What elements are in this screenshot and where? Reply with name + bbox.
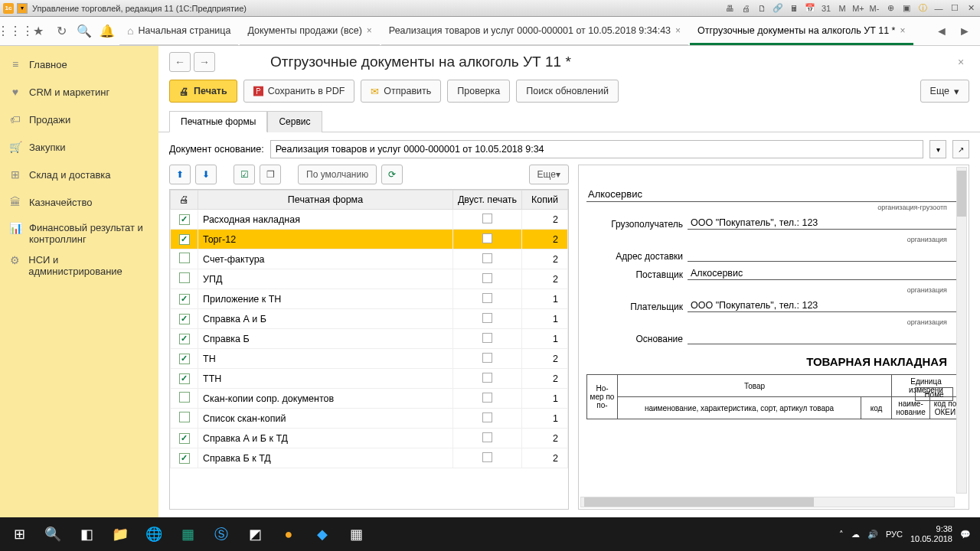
duplex-checkbox[interactable] bbox=[482, 393, 492, 403]
nav-left-icon[interactable]: ◄ bbox=[931, 21, 952, 42]
row-checkbox[interactable] bbox=[179, 392, 190, 403]
subtab-print-forms[interactable]: Печатные формы bbox=[169, 111, 267, 132]
table-row[interactable]: ✓Справка А и Б1 bbox=[171, 309, 568, 329]
chrome-button[interactable]: 🌐 bbox=[138, 519, 170, 549]
close-button[interactable]: ✕ bbox=[965, 2, 977, 15]
tb-m2-icon[interactable]: M+ bbox=[852, 2, 864, 15]
save-pdf-button[interactable]: 🅿Сохранить в PDF bbox=[243, 80, 355, 103]
cloud-icon[interactable]: ☁ bbox=[851, 530, 860, 540]
row-checkbox[interactable] bbox=[179, 253, 190, 263]
tab-realization[interactable]: Реализация товаров и услуг 0000-000001 о… bbox=[381, 18, 688, 45]
duplex-checkbox[interactable] bbox=[482, 353, 492, 363]
notif-icon[interactable]: 💬 bbox=[960, 530, 971, 540]
duplex-checkbox[interactable] bbox=[482, 313, 492, 323]
tv-button[interactable]: ◆ bbox=[306, 519, 338, 549]
sidebar-item-sales[interactable]: 🏷Продажи bbox=[0, 106, 158, 133]
titlebar-dropdown[interactable]: ▾ bbox=[17, 3, 28, 14]
1c-button[interactable]: ● bbox=[273, 519, 305, 549]
tb-m1-icon[interactable]: M bbox=[836, 2, 848, 15]
move-up-button[interactable]: ⬆ bbox=[169, 165, 191, 184]
row-checkbox[interactable]: ✓ bbox=[179, 314, 190, 324]
tray-up-icon[interactable]: ˄ bbox=[839, 530, 844, 540]
clock[interactable]: 9:3810.05.2018 bbox=[910, 524, 952, 544]
close-icon[interactable]: × bbox=[367, 25, 372, 36]
preview-hscroll[interactable] bbox=[580, 497, 955, 507]
tb-cal-icon[interactable]: 📅 bbox=[804, 2, 816, 15]
table-row[interactable]: ✓Справка Б к ТД2 bbox=[171, 448, 568, 468]
max-button[interactable]: ☐ bbox=[949, 2, 961, 15]
vol-icon[interactable]: 🔊 bbox=[867, 530, 878, 540]
duplex-checkbox[interactable] bbox=[482, 273, 492, 283]
sidebar-item-warehouse[interactable]: ⊞Склад и доставка bbox=[0, 161, 158, 188]
skype-button[interactable]: Ⓢ bbox=[205, 519, 237, 549]
start-button[interactable]: ⊞ bbox=[3, 519, 35, 549]
row-checkbox[interactable]: ✓ bbox=[179, 354, 190, 364]
duplex-checkbox[interactable] bbox=[482, 253, 492, 263]
search-button[interactable]: 🔍 bbox=[37, 519, 69, 549]
row-checkbox[interactable] bbox=[179, 412, 190, 422]
excel-button[interactable]: ▦ bbox=[172, 519, 204, 549]
subtab-service[interactable]: Сервис bbox=[267, 111, 322, 132]
row-checkbox[interactable]: ✓ bbox=[179, 433, 190, 444]
close-icon[interactable]: × bbox=[675, 25, 681, 36]
nav-right-icon[interactable]: ► bbox=[954, 21, 975, 42]
sidebar-item-purchases[interactable]: 🛒Закупки bbox=[0, 133, 158, 161]
taskview-button[interactable]: ◧ bbox=[70, 519, 103, 549]
duplex-checkbox[interactable] bbox=[482, 293, 492, 303]
min-button[interactable]: — bbox=[933, 2, 945, 15]
sidebar-item-admin[interactable]: ⚙НСИ и администрирование bbox=[0, 248, 158, 280]
row-checkbox[interactable]: ✓ bbox=[179, 334, 190, 344]
preview-vscroll[interactable] bbox=[956, 167, 967, 494]
doc-base-dropdown[interactable]: ▾ bbox=[929, 140, 946, 158]
tb-zoom-icon[interactable]: ⊕ bbox=[884, 2, 897, 15]
app1-button[interactable]: ◩ bbox=[239, 519, 271, 549]
doc-base-field[interactable]: Реализация товаров и услуг 0000-000001 о… bbox=[270, 140, 923, 158]
row-checkbox[interactable]: ✓ bbox=[179, 234, 190, 245]
lang-indicator[interactable]: РУС bbox=[886, 530, 903, 539]
row-checkbox[interactable]: ✓ bbox=[179, 453, 190, 464]
table-row[interactable]: ✓Справка Б1 bbox=[171, 329, 568, 349]
row-checkbox[interactable]: ✓ bbox=[179, 294, 190, 305]
search-icon[interactable]: 🔍 bbox=[74, 21, 95, 42]
system-tray[interactable]: ˄ ☁ 🔊 РУС 9:3810.05.2018 💬 bbox=[839, 524, 977, 544]
duplex-checkbox[interactable] bbox=[482, 214, 492, 223]
table-row[interactable]: Скан-копии сопр. документов1 bbox=[171, 389, 568, 409]
print-button[interactable]: 🖨Печать bbox=[169, 80, 237, 103]
table-more-button[interactable]: Еще ▾ bbox=[529, 165, 569, 184]
table-row[interactable]: Счет-фактура2 bbox=[171, 249, 568, 269]
default-button[interactable]: По умолчанию bbox=[298, 165, 377, 184]
sidebar-item-treasury[interactable]: 🏛Казначейство bbox=[0, 188, 158, 216]
table-row[interactable]: ✓Приложение к ТН1 bbox=[171, 289, 568, 309]
duplex-checkbox[interactable] bbox=[482, 373, 492, 383]
duplex-checkbox[interactable] bbox=[482, 333, 492, 343]
table-row[interactable]: ✓ТН2 bbox=[171, 349, 568, 369]
tb-save-icon[interactable]: 🖶 bbox=[724, 2, 736, 15]
table-row[interactable]: Список скан-копий1 bbox=[171, 409, 568, 429]
doc-base-open[interactable]: ↗ bbox=[952, 140, 969, 158]
row-checkbox[interactable]: ✓ bbox=[179, 373, 190, 384]
table-row[interactable]: УПД2 bbox=[171, 269, 568, 289]
sidebar-item-finance[interactable]: 📊Финансовый результат и контроллинг bbox=[0, 216, 158, 248]
move-down-button[interactable]: ⬇ bbox=[195, 165, 217, 184]
duplex-checkbox[interactable] bbox=[482, 412, 492, 422]
row-checkbox[interactable]: ✓ bbox=[179, 214, 190, 225]
back-button[interactable]: ← bbox=[169, 52, 191, 72]
forward-button[interactable]: → bbox=[194, 52, 215, 72]
tab-sales-docs[interactable]: Документы продажи (все)× bbox=[240, 18, 379, 45]
more-button[interactable]: Еще ▾ bbox=[920, 80, 969, 103]
star-icon[interactable]: ★ bbox=[28, 21, 49, 42]
duplex-checkbox[interactable] bbox=[482, 452, 492, 462]
tb-link-icon[interactable]: 🔗 bbox=[772, 2, 784, 15]
page-close-button[interactable]: × bbox=[952, 54, 969, 70]
app2-button[interactable]: ▦ bbox=[340, 519, 372, 549]
explorer-button[interactable]: 📁 bbox=[104, 519, 136, 549]
send-button[interactable]: ✉Отправить bbox=[361, 80, 441, 103]
sidebar-item-crm[interactable]: ♥CRM и маркетинг bbox=[0, 78, 158, 106]
apps-icon[interactable]: ⋮⋮⋮ bbox=[5, 21, 26, 42]
history-icon[interactable]: ↻ bbox=[51, 21, 72, 42]
duplex-checkbox[interactable] bbox=[482, 233, 492, 243]
tab-home[interactable]: ⌂Начальная страница bbox=[119, 18, 238, 45]
check-all-button[interactable]: ☑ bbox=[234, 165, 255, 184]
refresh-button[interactable]: ⟳ bbox=[381, 165, 403, 184]
tab-shipping-docs[interactable]: Отгрузочные документы на алкоголь УТ 11 … bbox=[690, 18, 913, 45]
